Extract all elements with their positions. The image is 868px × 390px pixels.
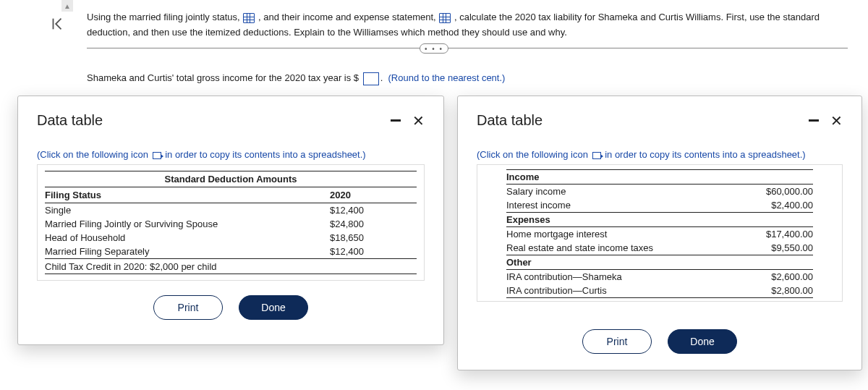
section-title: Standard Deduction Amounts (45, 171, 417, 187)
table-row: Child Tax Credit in 2020: $2,000 per chi… (45, 259, 417, 274)
answer-prompt: Shameka and Curtis' total gross income f… (87, 72, 505, 85)
table-row: Home mortgage interest$17,400.00 (506, 227, 813, 242)
data-table-icon[interactable] (439, 13, 451, 23)
group-other-head: Other (506, 255, 813, 270)
modal-title: Data table (477, 112, 542, 129)
data-table-icon[interactable] (243, 13, 255, 23)
table-row: Interest income$2,400.00 (506, 198, 813, 213)
table-row: Single$12,400 (45, 203, 417, 218)
table-row: Married Filing Separately$12,400 (45, 245, 417, 259)
table-row: Salary income$60,000.00 (506, 185, 813, 199)
table-row: Married Filing Jointly or Surviving Spou… (45, 217, 417, 231)
instruct-b: in order to copy its contents into a spr… (165, 149, 366, 160)
standard-deduction-table: Filing Status 2020 Single$12,400 Married… (45, 187, 417, 277)
instruct-a: (Click on the following icon (37, 149, 148, 160)
divider (87, 48, 848, 48)
chevron-bar-left-icon (49, 16, 65, 32)
deduction-table-wrap: Standard Deduction Amounts Filing Status… (37, 164, 425, 281)
copy-instruction: (Click on the following icon in order to… (37, 149, 425, 160)
prompt-text: Shameka and Curtis' total gross income f… (87, 72, 359, 83)
collapse-panel-button[interactable] (46, 13, 68, 35)
minimize-icon[interactable] (809, 119, 819, 122)
rounding-hint: (Round to the nearest cent.) (388, 72, 506, 83)
table-row: IRA contribution—Shameka$2,600.00 (506, 270, 813, 284)
group-expenses-head: Expenses (506, 213, 813, 227)
income-expense-modal: Data table ✕ (Click on the following ico… (457, 96, 862, 370)
close-icon[interactable]: ✕ (412, 114, 425, 128)
income-expense-table-wrap: Income Salary income$60,000.00 Interest … (477, 164, 843, 302)
table-row: Real estate and state income taxes$9,550… (506, 241, 813, 255)
table-row: IRA contribution—Curtis$2,800.00 (506, 284, 813, 298)
col-filing-status: Filing Status (45, 187, 330, 203)
copy-instruction: (Click on the following icon in order to… (477, 149, 843, 160)
question-seg2: , and their income and expense statement… (258, 12, 436, 22)
income-expense-table: Income Salary income$60,000.00 Interest … (506, 169, 813, 298)
answer-input[interactable] (363, 72, 379, 85)
modal-title: Data table (37, 112, 103, 129)
instruct-a: (Click on the following icon (477, 149, 588, 160)
copy-to-spreadsheet-icon[interactable] (153, 152, 161, 159)
scroll-up-icon[interactable]: ▲ (61, 0, 73, 12)
standard-deduction-modal: Data table ✕ (Click on the following ico… (17, 96, 444, 345)
table-row: Head of Household$18,650 (45, 231, 417, 245)
done-button[interactable]: Done (668, 329, 737, 354)
question-text: Using the married filing jointly status,… (87, 10, 854, 41)
instruct-b: in order to copy its contents into a spr… (605, 149, 806, 160)
question-seg1: Using the married filing jointly status, (87, 12, 240, 22)
done-button[interactable]: Done (239, 295, 308, 320)
close-icon[interactable]: ✕ (830, 114, 843, 128)
print-button[interactable]: Print (582, 329, 652, 354)
group-income-head: Income (506, 170, 813, 185)
minimize-icon[interactable] (391, 119, 401, 122)
print-button[interactable]: Print (153, 295, 223, 320)
copy-to-spreadsheet-icon[interactable] (592, 152, 601, 159)
col-year: 2020 (330, 187, 417, 203)
expand-ellipsis-button[interactable]: • • • (420, 43, 448, 54)
